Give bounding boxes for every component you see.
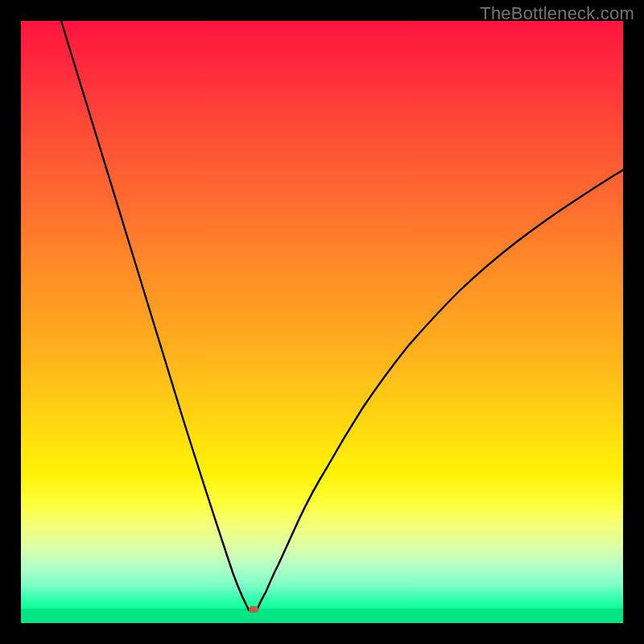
minimum-marker xyxy=(249,606,258,613)
outer-frame: TheBottleneck.com xyxy=(0,0,644,644)
curve-right-branch xyxy=(257,170,623,610)
curve-left-branch xyxy=(61,21,249,610)
bottleneck-curve xyxy=(21,21,623,623)
plot-area xyxy=(21,21,623,623)
watermark-text: TheBottleneck.com xyxy=(480,3,634,24)
